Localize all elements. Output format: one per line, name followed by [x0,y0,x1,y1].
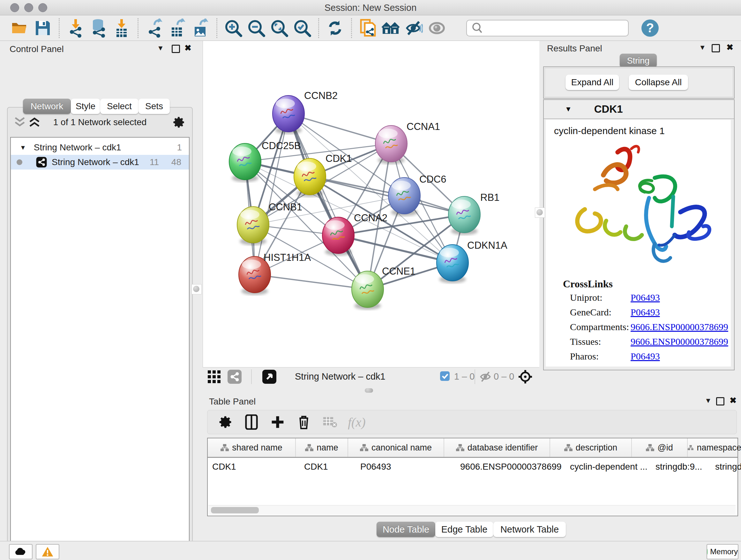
horizontal-splitter[interactable] [203,386,539,395]
collapse-panel-icon[interactable]: ▼ [699,44,706,52]
hide-selection-eye-icon[interactable] [402,18,425,38]
memory-button[interactable]: Memory [706,544,738,559]
selected-checkbox[interactable] [440,371,450,381]
collapse-panel-icon[interactable]: ▼ [704,396,712,405]
splitter-grip[interactable] [365,388,373,393]
network-collection-row[interactable]: ▼ String Network – cdk1 1 [11,140,189,155]
export-network-icon[interactable] [143,18,166,38]
node-CCNA2[interactable]: CCNA2 [322,212,387,256]
network-row-selected[interactable]: String Network – cdk1 11 48 [11,155,189,170]
network-share-button[interactable] [227,370,242,384]
table-cell[interactable]: P06493 [356,458,456,476]
node-CCNE1[interactable]: CCNE1 [352,266,415,310]
expander-triangle-icon[interactable]: ▼ [20,144,26,151]
crosslink-link[interactable]: P06493 [630,292,660,303]
fit-content-button[interactable] [262,370,276,384]
crosslink-link[interactable]: P06493 [630,307,660,318]
scrollbar-thumb[interactable] [211,507,259,513]
right-splitter-handle[interactable] [535,207,545,218]
table-cell[interactable]: stringdb:9... [651,458,711,476]
table-cell[interactable]: cyclin-dependent ... [565,458,651,476]
table-cell[interactable]: CDK1 [300,458,356,476]
column-header-canonical-name[interactable]: canonical name [348,438,444,457]
expand-all-button[interactable]: Expand All [565,75,619,90]
network-canvas[interactable]: CCNB2CCNA1CDC25BCDK1CDC6RB1CCNB1CCNA2CDK… [203,41,540,367]
node-RB1[interactable]: RB1 [448,192,499,235]
delete-column-icon[interactable] [295,414,312,430]
edge-CCNB2-HIST1H1A[interactable] [255,114,288,274]
column-header--id[interactable]: @id [632,438,688,457]
crosslink-link[interactable]: P06493 [630,351,660,362]
zoom-out-icon[interactable] [245,18,268,38]
tab-style[interactable]: Style [71,99,100,114]
float-panel-icon[interactable] [172,45,180,53]
collapse-panel-icon[interactable]: ▼ [157,44,164,52]
add-column-icon[interactable] [269,414,286,430]
crosshair-icon[interactable] [518,369,533,384]
column-header-namespace[interactable]: namespace [688,438,741,457]
node-CDC6[interactable]: CDC6 [388,174,446,216]
import-database-icon[interactable] [87,18,110,38]
refresh-icon[interactable] [324,18,347,38]
close-panel-icon[interactable]: ✖ [726,43,733,52]
column-header-description[interactable]: description [550,438,632,457]
main-toolbar: ? [0,15,741,41]
zoom-selected-icon[interactable] [291,18,314,38]
close-panel-icon[interactable]: ✖ [730,395,737,406]
export-image-icon[interactable] [189,18,212,38]
node-CCNB1[interactable]: CCNB1 [237,201,302,245]
reopen-session-icon[interactable] [356,18,380,38]
tab-network-table[interactable]: Network Table [493,522,566,537]
column-header-database-identifier[interactable]: database identifier [444,438,550,457]
crosslink-label: Compartments: [570,321,629,332]
float-panel-icon[interactable] [712,44,720,52]
birdseye-grid-icon[interactable] [207,370,221,384]
column-header-shared-name[interactable]: shared name [208,438,296,457]
show-columns-icon[interactable] [243,414,260,430]
search-field[interactable] [466,20,629,37]
float-panel-icon[interactable] [716,397,724,406]
node-CDC25B[interactable]: CDC25B [229,140,300,182]
tab-select[interactable]: Select [100,99,138,114]
table-row[interactable]: CDK1CDK1P064939606.ENSP00000378699cyclin… [208,458,738,476]
table-cell[interactable]: stringdb [711,458,741,476]
expander-triangle-icon[interactable]: ▼ [565,105,572,113]
edge-HIST1H1A-CCNE1[interactable] [255,274,367,289]
collapse-all-button[interactable]: Collapse All [629,75,688,90]
table-cell[interactable]: 9606.ENSP00000378699 [456,458,565,476]
close-panel-icon[interactable]: ✖ [185,43,192,53]
cloud-button[interactable] [9,544,32,559]
tab-network[interactable]: Network [23,99,71,114]
import-network-icon[interactable] [64,18,87,38]
table-cell[interactable]: CDK1 [208,458,300,476]
zoom-fit-icon[interactable] [268,18,291,38]
import-table-icon[interactable] [110,18,133,38]
show-selection-eye-icon[interactable] [425,18,448,38]
help-icon[interactable]: ? [642,19,659,37]
left-splitter-handle[interactable] [192,284,202,294]
open-folder-icon[interactable] [8,18,31,38]
save-floppy-icon[interactable] [31,18,54,38]
gene-section-header[interactable]: ▼ CDK1 [544,100,734,119]
tab-sets[interactable]: Sets [138,99,170,114]
home-icon[interactable] [380,18,402,38]
tab-node-table[interactable]: Node Table [377,522,435,537]
node-CDKN1A[interactable]: CDKN1A [436,240,508,283]
crosslink-link[interactable]: 9606.ENSP00000378699 [630,321,728,332]
horizontal-scrollbar[interactable] [208,505,736,515]
table-header-row[interactable]: shared namenamecanonical namedatabase id… [208,438,738,458]
search-input[interactable] [485,21,628,35]
column-header-name[interactable]: name [296,438,348,457]
warning-button[interactable] [36,544,59,559]
crosslink-link[interactable]: 9606.ENSP00000378699 [630,336,728,347]
gear-icon[interactable] [217,414,233,430]
tab-string[interactable]: String [620,54,657,68]
node-HIST1H1A[interactable]: HIST1H1A [239,252,311,295]
control-panel-title: Control Panel [10,44,64,54]
zoom-in-icon[interactable] [222,18,245,38]
node-CCNB2[interactable]: CCNB2 [273,90,338,134]
gear-icon[interactable] [172,116,185,129]
export-table-icon[interactable] [166,18,189,38]
node-CCNA1[interactable]: CCNA1 [375,121,440,164]
tab-edge-table[interactable]: Edge Table [435,522,493,537]
